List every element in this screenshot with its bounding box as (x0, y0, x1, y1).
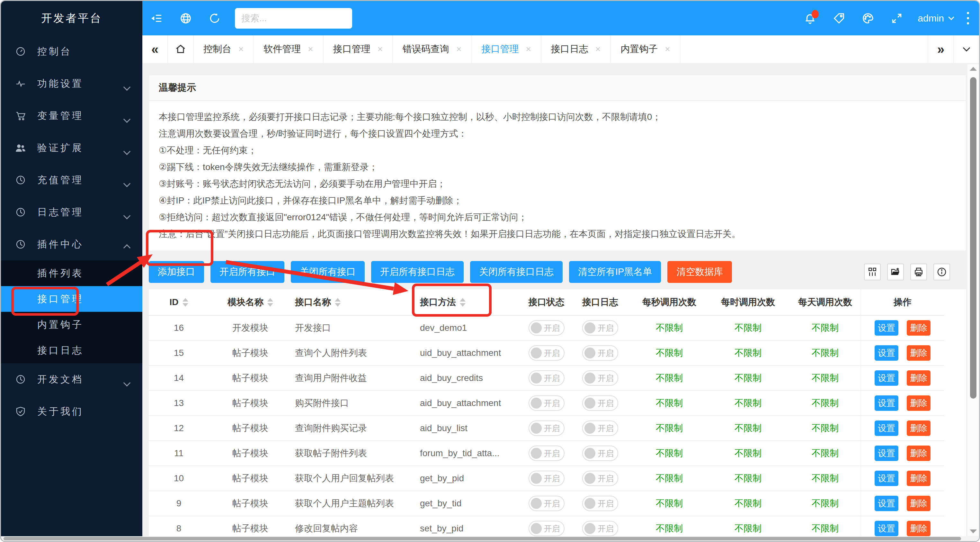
settings-button[interactable]: 设置 (875, 395, 898, 411)
sidebar-item-interface-management[interactable]: 接口管理 (1, 286, 142, 312)
sidebar-item-plugin-center[interactable]: 插件中心 (1, 228, 142, 260)
interface-log-toggle[interactable]: 开启 (582, 521, 618, 536)
close-icon[interactable]: × (308, 44, 313, 54)
settings-button[interactable]: 设置 (875, 370, 898, 386)
interface-status-toggle[interactable]: 开启 (528, 370, 565, 386)
delete-button[interactable]: 删除 (907, 320, 931, 336)
fullscreen-icon[interactable] (882, 1, 911, 35)
clear-database-button[interactable]: 清空数据库 (667, 261, 732, 283)
interface-log-toggle[interactable]: 开启 (582, 320, 618, 336)
tab-console[interactable]: 控制台× (194, 35, 254, 63)
tabs-scroll-left-button[interactable]: « (142, 35, 168, 63)
sidebar-item-variable-management[interactable]: 变量管理 (1, 100, 142, 132)
settings-button[interactable]: 设置 (875, 446, 898, 461)
collapse-sidebar-button[interactable] (142, 1, 171, 35)
disable-all-interfaces-button[interactable]: 关闭所有接口 (291, 261, 365, 283)
sidebar-item-console[interactable]: 控制台 (1, 35, 142, 67)
close-icon[interactable]: × (239, 44, 243, 54)
vertical-scrollbar[interactable] (967, 64, 979, 536)
globe-icon[interactable] (171, 1, 200, 35)
horizontal-scrollbar[interactable] (1, 536, 979, 541)
tag-icon[interactable] (824, 1, 853, 35)
sort-icon[interactable] (267, 298, 273, 307)
delete-button[interactable]: 删除 (907, 421, 931, 436)
delete-button[interactable]: 删除 (907, 370, 931, 386)
tabs-menu-button[interactable] (953, 35, 979, 63)
settings-button[interactable]: 设置 (875, 421, 898, 436)
interface-status-toggle[interactable]: 开启 (528, 470, 565, 486)
columns-toggle-button[interactable] (864, 264, 881, 280)
header-id[interactable]: ID (149, 297, 209, 307)
interface-log-toggle[interactable]: 开启 (582, 395, 618, 411)
interface-status-toggle[interactable]: 开启 (528, 421, 565, 436)
sidebar-item-recharge-management[interactable]: 充值管理 (1, 164, 142, 196)
sidebar-item-about-us[interactable]: 关于我们 (1, 395, 142, 427)
scroll-down-icon[interactable] (970, 529, 977, 533)
enable-all-interface-logs-button[interactable]: 开启所有接口日志 (371, 261, 464, 283)
close-icon[interactable]: × (665, 44, 670, 54)
sidebar-item-verification-extension[interactable]: 验证扩展 (1, 132, 142, 164)
interface-status-toggle[interactable]: 开启 (528, 395, 565, 411)
interface-status-toggle[interactable]: 开启 (528, 496, 565, 511)
sidebar-item-dev-docs[interactable]: 开发文档 (1, 363, 142, 395)
add-interface-button[interactable]: 添加接口 (149, 261, 204, 283)
settings-button[interactable]: 设置 (875, 345, 898, 361)
header-module-name[interactable]: 模块名称 (209, 296, 292, 308)
vertical-scrollbar-thumb[interactable] (970, 77, 977, 399)
user-menu[interactable]: admin (918, 13, 953, 24)
interface-status-toggle[interactable]: 开启 (528, 521, 565, 536)
delete-button[interactable]: 删除 (907, 521, 931, 536)
sidebar-item-interface-log[interactable]: 接口日志 (1, 338, 142, 363)
export-button[interactable] (887, 264, 904, 280)
interface-log-toggle[interactable]: 开启 (582, 345, 618, 361)
tab-builtin-hooks[interactable]: 内置钩子× (611, 35, 680, 63)
sidebar-item-plugin-list[interactable]: 插件列表 (1, 260, 142, 286)
close-icon[interactable]: × (377, 44, 383, 54)
horizontal-scrollbar-thumb[interactable] (3, 537, 961, 540)
interface-status-toggle[interactable]: 开启 (528, 320, 565, 336)
close-icon[interactable]: × (595, 44, 601, 54)
interface-log-toggle[interactable]: 开启 (582, 446, 618, 461)
tab-software-management[interactable]: 软件管理× (254, 35, 323, 63)
search-input[interactable] (241, 13, 346, 24)
refresh-icon[interactable] (200, 1, 229, 35)
tabs-scroll-right-button[interactable]: » (928, 35, 953, 63)
delete-button[interactable]: 删除 (907, 496, 931, 511)
interface-log-toggle[interactable]: 开启 (582, 370, 618, 386)
sidebar-item-builtin-hooks[interactable]: 内置钩子 (1, 312, 142, 338)
tab-interface-log[interactable]: 接口日志× (541, 35, 611, 63)
header-interface-name[interactable]: 接口名称 (292, 296, 415, 308)
close-icon[interactable]: × (526, 44, 531, 54)
notifications-button[interactable] (795, 1, 824, 35)
settings-button[interactable]: 设置 (875, 496, 898, 511)
interface-status-toggle[interactable]: 开启 (528, 345, 565, 361)
sort-icon[interactable] (183, 298, 188, 307)
sort-icon[interactable] (460, 298, 466, 307)
sort-icon[interactable] (335, 298, 340, 307)
tab-interface-management-1[interactable]: 接口管理× (324, 35, 393, 63)
delete-button[interactable]: 删除 (907, 470, 931, 486)
more-options-button[interactable] (956, 1, 979, 35)
delete-button[interactable]: 删除 (907, 395, 931, 411)
interface-log-toggle[interactable]: 开启 (582, 470, 618, 486)
home-tab[interactable] (168, 35, 194, 63)
close-icon[interactable]: × (456, 44, 461, 54)
delete-button[interactable]: 删除 (907, 345, 931, 361)
disable-all-interface-logs-button[interactable]: 关闭所有接口日志 (470, 261, 563, 283)
info-button[interactable] (934, 264, 950, 280)
clear-ip-blacklist-button[interactable]: 清空所有IP黑名单 (569, 261, 661, 283)
delete-button[interactable]: 删除 (907, 446, 931, 461)
sidebar-item-function-settings[interactable]: 功能设置 (1, 67, 142, 100)
settings-button[interactable]: 设置 (875, 320, 898, 336)
interface-log-toggle[interactable]: 开启 (582, 496, 618, 511)
interface-log-toggle[interactable]: 开启 (582, 421, 618, 436)
header-interface-method[interactable]: 接口方法 (415, 296, 522, 308)
tab-interface-management-active[interactable]: 接口管理× (472, 35, 541, 63)
settings-button[interactable]: 设置 (875, 521, 898, 536)
sidebar-item-log-management[interactable]: 日志管理 (1, 196, 142, 228)
tab-error-code-query[interactable]: 错误码查询× (393, 35, 472, 63)
interface-status-toggle[interactable]: 开启 (528, 446, 565, 461)
scroll-up-icon[interactable] (970, 67, 977, 71)
theme-palette-icon[interactable] (853, 1, 882, 35)
settings-button[interactable]: 设置 (875, 470, 898, 486)
